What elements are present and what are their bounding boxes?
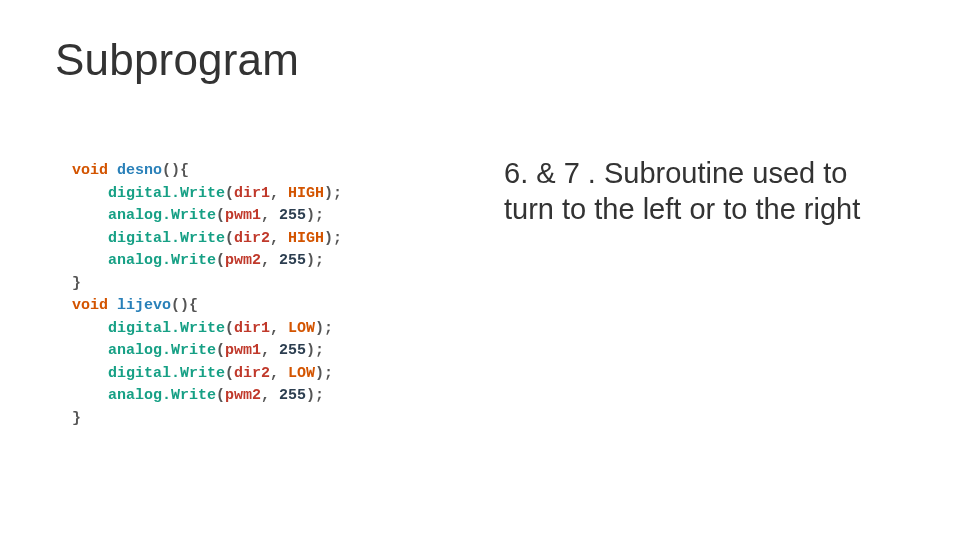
code-token: ); [315,320,333,337]
code-token: ); [306,342,324,359]
code-token: pwm2 [225,252,261,269]
code-token: 255 [279,207,306,224]
code-token: ( [225,365,234,382]
code-token: pwm1 [225,342,261,359]
code-token: pwm1 [225,207,261,224]
explanation-text: 6. & 7 . Subroutine used to turn to the … [504,155,879,228]
code-token: ); [306,387,324,404]
code-token: desno [117,162,162,179]
code-token: HIGH [288,230,324,247]
code-token: , [261,387,279,404]
code-token: dir1 [234,320,270,337]
code-token: HIGH [288,185,324,202]
code-token: ( [225,320,234,337]
slide: Subprogram void desno(){ digital.Write(d… [0,0,960,540]
code-token: void [72,162,108,179]
code-token: 255 [279,387,306,404]
code-token: ); [315,365,333,382]
code-token: 255 [279,252,306,269]
code-token: LOW [288,320,315,337]
code-token: dir2 [234,230,270,247]
code-token: , [270,230,288,247]
code-token: lijevo [117,297,171,314]
code-token: analog.Write [108,252,216,269]
code-token: void [72,297,108,314]
code-token: , [261,207,279,224]
code-token: } [72,275,81,292]
code-token: dir2 [234,365,270,382]
code-token: ); [324,185,342,202]
code-token: , [270,185,288,202]
code-token: digital.Write [108,320,225,337]
slide-title: Subprogram [55,35,299,85]
code-token: pwm2 [225,387,261,404]
code-token: ); [324,230,342,247]
code-token: 255 [279,342,306,359]
code-token: , [270,365,288,382]
code-token: analog.Write [108,342,216,359]
code-token: ( [216,252,225,269]
code-token: dir1 [234,185,270,202]
code-token: ( [225,185,234,202]
code-token: ( [216,342,225,359]
code-token: , [261,252,279,269]
code-token: ); [306,207,324,224]
code-token: digital.Write [108,365,225,382]
code-block: void desno(){ digital.Write(dir1, HIGH);… [72,160,342,430]
code-token: analog.Write [108,207,216,224]
code-token: LOW [288,365,315,382]
code-token: , [270,320,288,337]
code-token: analog.Write [108,387,216,404]
code-token: (){ [171,297,198,314]
code-token: ); [306,252,324,269]
code-token: , [261,342,279,359]
code-token: ( [216,207,225,224]
code-token: ( [225,230,234,247]
code-token: digital.Write [108,185,225,202]
code-token: } [72,410,81,427]
code-token: ( [216,387,225,404]
code-token: digital.Write [108,230,225,247]
code-token: (){ [162,162,189,179]
